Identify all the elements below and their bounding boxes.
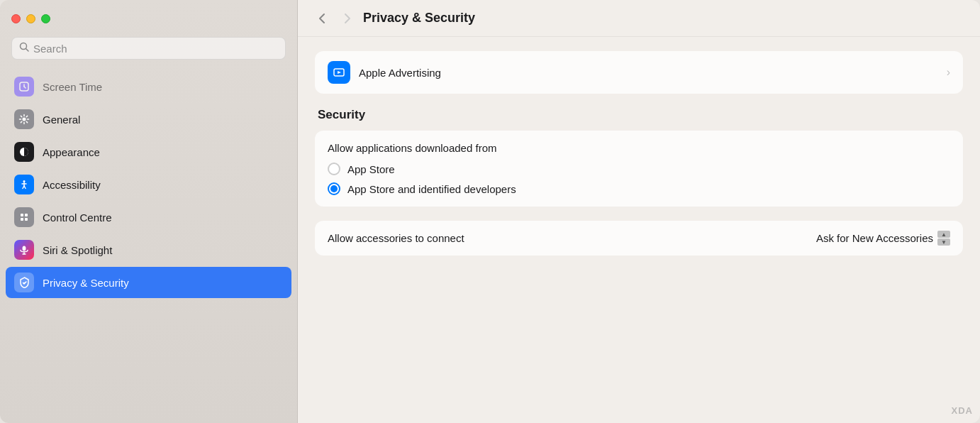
chevron-right-icon: › — [947, 66, 950, 79]
svg-rect-15 — [25, 218, 28, 221]
accessibility-icon — [14, 175, 34, 194]
allow-apps-card: Allow applications downloaded from App S… — [315, 131, 963, 207]
sidebar-list: Screen Time General Appearance — [0, 68, 297, 423]
accessories-stepper[interactable]: ▲ ▼ — [937, 231, 950, 246]
accessibility-label: Accessibility — [43, 179, 101, 191]
stepper-up-button[interactable]: ▲ — [937, 231, 950, 238]
screen-time-label: Screen Time — [43, 81, 102, 93]
back-button[interactable] — [312, 9, 332, 28]
stepper-down-button[interactable]: ▼ — [937, 238, 950, 246]
privacy-security-label: Privacy & Security — [43, 277, 129, 289]
general-icon — [14, 109, 34, 129]
app-store-radio-label: App Store — [347, 163, 395, 175]
search-bar[interactable]: Search — [11, 37, 286, 60]
allow-accessories-card: Allow accessories to connect Ask for New… — [315, 221, 963, 256]
sidebar-item-general[interactable]: General — [6, 104, 291, 135]
radio-group: App Store App Store and identified devel… — [328, 163, 950, 195]
siri-label: Siri & Spotlight — [43, 244, 112, 256]
accessories-row: Allow accessories to connect Ask for New… — [315, 221, 963, 256]
radio-selected-indicator — [330, 185, 338, 192]
appearance-label: Appearance — [43, 146, 100, 158]
content-area: Apple Advertising › Security Allow appli… — [298, 37, 980, 423]
general-label: General — [43, 114, 80, 126]
apple-advertising-label: Apple Advertising — [359, 67, 947, 79]
accessories-label: Allow accessories to connect — [328, 232, 816, 244]
security-section-heading: Security — [318, 108, 960, 122]
control-centre-icon — [14, 207, 34, 227]
apple-advertising-row[interactable]: Apple Advertising › — [315, 51, 963, 94]
sidebar-item-privacy-security[interactable]: Privacy & Security — [6, 267, 291, 298]
sidebar-item-siri[interactable]: Siri & Spotlight — [6, 234, 291, 265]
allow-apps-label: Allow applications downloaded from — [328, 142, 950, 154]
privacy-icon — [14, 273, 34, 292]
sidebar-item-screen-time[interactable]: Screen Time — [6, 71, 291, 102]
minimize-button[interactable] — [26, 14, 35, 23]
apple-advertising-icon — [328, 61, 350, 84]
maximize-button[interactable] — [41, 14, 50, 23]
app-store-radio[interactable] — [328, 163, 340, 175]
svg-line-11 — [24, 186, 26, 189]
search-placeholder: Search — [33, 43, 67, 55]
svg-rect-12 — [21, 214, 23, 216]
page-title: Privacy & Security — [363, 11, 475, 26]
sidebar-item-control-centre[interactable]: Control Centre — [6, 202, 291, 233]
xda-watermark: XDA — [952, 405, 973, 416]
control-centre-label: Control Centre — [43, 211, 112, 224]
svg-rect-13 — [25, 214, 28, 216]
apple-advertising-card: Apple Advertising › — [315, 51, 963, 94]
svg-point-5 — [23, 118, 26, 121]
search-icon — [19, 42, 29, 55]
app-store-developers-label: App Store and identified developers — [347, 183, 516, 195]
svg-point-7 — [23, 180, 26, 182]
screen-time-icon — [14, 77, 34, 97]
svg-line-4 — [24, 87, 26, 88]
app-store-radio-item[interactable]: App Store — [328, 163, 950, 175]
siri-icon — [14, 240, 34, 260]
main-header: Privacy & Security — [298, 0, 980, 37]
svg-rect-14 — [21, 218, 23, 221]
svg-line-1 — [26, 49, 29, 52]
main-content: Privacy & Security Apple Advertising › S… — [298, 0, 980, 423]
svg-marker-20 — [338, 71, 341, 74]
accessories-value: Ask for New Accessories — [816, 232, 933, 244]
appearance-icon — [14, 142, 34, 162]
sidebar-item-appearance[interactable]: Appearance — [6, 136, 291, 167]
close-button[interactable] — [11, 14, 21, 23]
titlebar — [0, 0, 297, 37]
sidebar-item-accessibility[interactable]: Accessibility — [6, 169, 291, 200]
svg-point-16 — [23, 246, 26, 251]
sidebar: Search Screen Time General — [0, 0, 298, 423]
app-store-developers-radio-item[interactable]: App Store and identified developers — [328, 182, 950, 195]
forward-button[interactable] — [338, 9, 357, 28]
app-store-developers-radio[interactable] — [328, 182, 340, 195]
